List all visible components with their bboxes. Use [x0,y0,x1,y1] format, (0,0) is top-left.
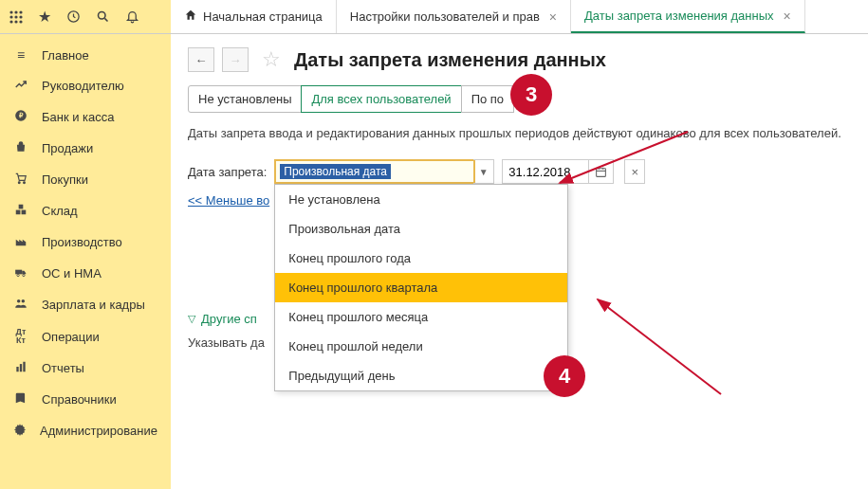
sidebar-label: Главное [42,48,89,63]
calendar-icon[interactable] [589,159,614,184]
tabs-bar: Начальная страница Настройки пользовател… [171,0,868,33]
clear-date-button[interactable]: × [624,159,645,184]
dtkt-icon: ДтКт [13,328,28,345]
sidebar-item-assets[interactable]: ОС и НМА [0,258,171,289]
sidebar-label: Склад [42,204,78,218]
search-icon[interactable] [96,9,110,24]
bell-icon[interactable] [125,9,139,24]
chevron-down-icon: ▽ [188,313,195,325]
cart-icon [13,172,28,188]
sidebar-label: ОС и НМА [42,266,102,281]
sidebar-item-warehouse[interactable]: Склад [0,195,171,226]
factory-icon [13,234,28,250]
sidebar-item-main[interactable]: ≡Главное [0,40,171,70]
sidebar-label: Производство [42,235,122,249]
dropdown-option[interactable]: Произвольная дата [275,214,567,244]
sidebar-item-sales[interactable]: Продажи [0,133,171,164]
history-icon[interactable] [66,9,81,24]
svg-rect-24 [16,367,18,371]
sidebar: ≡Главное Руководителю ₽Банк и касса Прод… [0,34,171,489]
svg-rect-28 [597,168,606,176]
sidebar-item-operations[interactable]: ДтКтОперации [0,320,171,353]
svg-rect-26 [23,362,25,372]
combo-selected-text: Произвольная дата [280,164,391,179]
star-icon[interactable]: ★ [38,8,51,26]
svg-rect-19 [15,270,22,275]
svg-point-3 [9,15,12,18]
svg-point-5 [19,15,22,18]
sidebar-label: Администрирование [40,424,157,438]
svg-rect-18 [19,205,24,209]
tab-label: Даты запрета изменения данных [584,9,773,23]
sidebar-label: Продажи [42,141,93,155]
home-icon [184,9,197,25]
close-icon[interactable]: × [549,9,557,25]
sidebar-label: Отчеты [42,361,84,375]
date-type-input[interactable]: Произвольная дата [274,159,475,184]
dropdown-option[interactable]: Конец прошлого месяца [275,302,567,332]
tab-label: Настройки пользователей и прав [350,9,540,24]
other-ways-label: Другие сп [201,312,257,326]
svg-point-7 [14,20,17,23]
sidebar-label: Руководителю [42,79,124,93]
dropdown-option-highlighted[interactable]: Конец прошлого квартала [275,273,567,302]
svg-point-23 [22,299,25,303]
apps-icon[interactable] [9,10,23,24]
sidebar-item-reports[interactable]: Отчеты [0,353,171,384]
svg-point-2 [19,10,22,13]
svg-line-11 [104,18,107,21]
page-title: Даты запрета изменения данных [294,49,606,71]
sidebar-item-salary[interactable]: Зарплата и кадры [0,289,171,320]
back-button[interactable]: ← [188,47,214,72]
dropdown-option[interactable]: Не установлена [275,185,567,214]
svg-point-15 [24,182,26,184]
tab-home[interactable]: Начальная страница [171,0,337,33]
sidebar-item-manager[interactable]: Руководителю [0,70,171,101]
less-options-link[interactable]: << Меньше во [188,193,269,208]
dropdown-option[interactable]: Предыдущий день [275,361,567,390]
date-lock-label: Дата запрета: [188,165,267,179]
tab-settings[interactable]: Настройки пользователей и прав × [337,0,571,33]
dropdown-list: Не установлена Произвольная дата Конец п… [274,184,568,391]
tab-dates[interactable]: Даты запрета изменения данных × [571,0,805,33]
sidebar-item-purchases[interactable]: Покупки [0,164,171,195]
filter-by-users[interactable]: По по [461,85,514,113]
dropdown-option[interactable]: Конец прошлой недели [275,332,567,361]
sidebar-label: Покупки [42,172,88,187]
svg-rect-17 [22,210,27,215]
svg-point-0 [9,10,12,13]
trend-icon [13,78,28,94]
sidebar-item-admin[interactable]: Администрирование [0,415,171,446]
boxes-icon [13,203,28,219]
svg-point-21 [23,274,25,276]
forward-button[interactable]: → [222,47,249,72]
date-input[interactable]: 31.12.2018 [502,159,589,184]
annotation-3: 3 [510,74,552,116]
sidebar-label: Зарплата и кадры [42,298,145,312]
gear-icon [13,423,27,439]
sidebar-item-directories[interactable]: Справочники [0,384,171,415]
svg-point-4 [14,15,17,18]
filter-all-users[interactable]: Для всех пользователей [301,85,461,113]
dropdown-arrow-icon[interactable]: ▼ [473,159,494,184]
sidebar-item-bank[interactable]: ₽Банк и касса [0,101,171,133]
book-icon [13,391,28,408]
svg-point-22 [17,299,21,303]
svg-point-1 [14,10,17,13]
filter-not-set[interactable]: Не установлены [188,85,302,113]
svg-point-10 [99,12,106,20]
svg-rect-25 [20,364,22,371]
sidebar-item-production[interactable]: Производство [0,226,171,258]
close-icon[interactable]: × [784,9,791,24]
sidebar-label: Операции [42,330,100,344]
description-text: Даты запрета ввода и редактирования данн… [188,126,851,140]
bag-icon [13,140,28,156]
sidebar-label: Банк и касса [42,110,115,124]
svg-point-14 [18,182,20,184]
menu-icon: ≡ [13,47,28,63]
dropdown-option[interactable]: Конец прошлого года [275,244,567,273]
favorite-icon[interactable]: ☆ [262,47,281,72]
truck-icon [13,265,28,281]
people-icon [13,297,28,313]
toolbar-icons: ★ [0,0,171,33]
